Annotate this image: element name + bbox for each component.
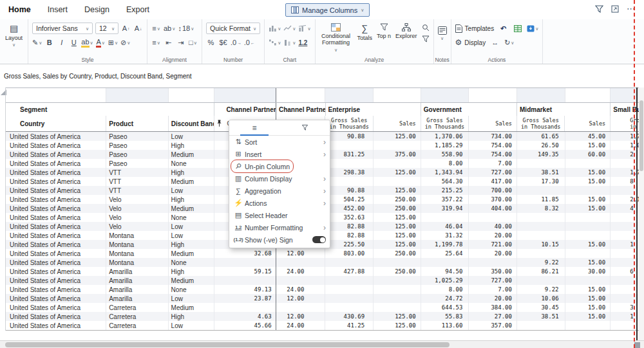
cell-ent_gs[interactable]: 90.88 [325,186,374,195]
cell-mid_s[interactable] [565,231,611,240]
column-header-gov_s[interactable]: Sales [469,116,517,131]
cell-band[interactable]: Medium [169,204,215,213]
cell-country[interactable]: United States of America [6,177,106,186]
cell-mid_s[interactable]: 15.00 [565,303,611,312]
waterfall-chart-button[interactable]: ∨ [269,37,281,48]
column-header-ent_gs[interactable]: Gross Salesin Thousands [325,116,374,131]
cell-ent_gs[interactable]: 427.88 [325,267,374,276]
cell-mid_s[interactable]: 15.00 [565,141,611,150]
cell-gov_s[interactable]: 27.00 [469,312,517,321]
cell-country[interactable]: United States of America [6,240,106,249]
cell-country[interactable]: United States of America [6,258,106,267]
cell-gov_gs[interactable]: 644.53 [421,303,469,312]
cell-mid_gs[interactable]: 8.32 [517,204,565,213]
cell-ent_s[interactable] [374,141,421,150]
cell-ent_s[interactable]: 125.00 [374,312,421,321]
increase-decimal-button[interactable]: .0→ [231,37,242,48]
cell-ent_gs[interactable]: 82.88 [325,231,374,240]
cell-mid_s[interactable] [565,249,611,258]
cell-gov_s[interactable]: 357.00 [469,321,517,330]
cell-cp_gs[interactable]: 23.87 [214,294,276,303]
cell-gov_gs[interactable]: 319.94 [421,204,469,213]
cell-ent_gs[interactable] [325,141,374,150]
export-table-icon[interactable] [513,23,522,34]
cell-ent_s[interactable]: 125.00 [374,321,421,330]
menu-item-unpin-column[interactable]: ⚲Un-pin Column [229,160,330,172]
italic-button[interactable]: I [57,37,66,48]
cell-country[interactable]: United States of America [6,150,106,159]
layout-button[interactable]: ▤ Layout ∨ [4,21,24,47]
cell-mid_s[interactable]: 15.00 [565,258,611,267]
filter-icon[interactable] [595,5,603,13]
cell-gov_s[interactable]: 727.00 [469,276,517,285]
cell-ent_gs[interactable]: 82.88 [325,222,374,231]
cell-band[interactable]: High [169,240,215,249]
cell-country[interactable]: United States of America [6,285,106,294]
tab-design[interactable]: Design [76,0,118,19]
cell-country[interactable]: United States of America [6,204,106,213]
cell-gov_gs[interactable]: 113.60 [421,321,469,330]
format-painter-button[interactable]: ✎∨ [32,37,42,48]
cell-ent_gs[interactable]: 90.88 [325,132,374,141]
cell-cp_s[interactable]: 24.00 [276,321,326,330]
row-group-header-segment[interactable]: Segment [6,103,214,116]
cell-gov_s[interactable]: 404.00 [469,204,517,213]
cell-gov_s[interactable]: 384.00 [469,303,517,312]
cell-mid_gs[interactable]: 9.22 [517,258,565,267]
cell-product[interactable]: Amarilla [106,276,168,285]
cell-product[interactable]: Velo [106,204,168,213]
cell-gov_s[interactable]: 417.00 [469,177,517,186]
cell-gov_s[interactable]: 370.00 [469,195,517,204]
cell-ent_gs[interactable] [325,294,374,303]
cell-product[interactable]: Amarilla [106,267,168,276]
group-header-channel-partne[interactable]: Channel Partne [276,103,326,116]
cell-cp_s[interactable]: 12.00 [276,312,326,321]
templates-button[interactable]: Templates [455,24,495,33]
cell-ent_s[interactable]: 125.00 [374,132,421,141]
cell-gov_s[interactable]: 7.00 [469,159,517,168]
cell-band[interactable]: Medium [169,177,215,186]
cell-country[interactable]: United States of America [6,222,106,231]
font-color-button[interactable]: A∨ [96,37,106,48]
cell-ent_gs[interactable]: 831.25 [325,150,374,159]
menu-item-insert[interactable]: ⊞Insert› [229,148,330,160]
cell-ent_gs[interactable]: 430.69 [325,312,374,321]
cell-band[interactable]: High [169,267,215,276]
cell-country[interactable]: United States of America [6,168,106,177]
cell-mid_gs[interactable] [517,321,565,330]
cell-ent_s[interactable]: 125.00 [374,213,421,222]
cell-country[interactable]: United States of America [6,294,106,303]
cell-gov_gs[interactable]: 8.00 [421,159,469,168]
cell-gov_gs[interactable]: 25.64 [421,249,469,258]
decrease-indent-button[interactable]: ⇤ [164,37,173,48]
cell-mid_gs[interactable] [517,276,565,285]
column-header-mid_s[interactable]: Sales [565,116,611,131]
cell-product[interactable]: Montana [106,231,168,240]
cell-band[interactable]: None [169,159,215,168]
cell-ent_gs[interactable] [325,276,374,285]
tab-home[interactable]: Home [0,0,39,19]
cell-product[interactable]: Paseo [106,141,168,150]
fit-columns-icon[interactable]: ↔ [490,37,500,48]
explorer-button[interactable]: Explorer [395,21,417,39]
cell-mid_gs[interactable]: 61.65 [517,132,565,141]
column-header-gov_gs[interactable]: Gross Salesin Thousands [421,116,469,131]
cell-mid_gs[interactable]: 26.50 [517,141,565,150]
combo-chart-button[interactable]: ∨ [298,23,310,34]
increase-indent-button[interactable]: ⇥ [176,37,185,48]
cell-country[interactable]: United States of America [6,321,106,330]
cell-gov_s[interactable]: 20.00 [469,294,517,303]
cell-cp_gs[interactable] [214,276,276,285]
cell-product[interactable]: Velo [106,222,168,231]
cell-cp_s[interactable]: 24.00 [276,285,326,294]
column-header-ent_s[interactable]: Sales [374,116,421,131]
cell-gov_gs[interactable]: 55.83 [421,312,469,321]
cell-product[interactable]: Montana [106,240,168,249]
cell-product[interactable]: Carretera [106,321,168,330]
cell-ent_gs[interactable]: 803.00 [325,249,374,258]
highlight-color-button[interactable]: ab∨ [81,37,93,48]
cell-country[interactable]: United States of America [6,303,106,312]
cell-ent_s[interactable] [374,294,421,303]
horizontal-align-button[interactable]: ≡∨ [151,23,161,34]
totals-button[interactable]: ∑ Totals [357,21,373,41]
